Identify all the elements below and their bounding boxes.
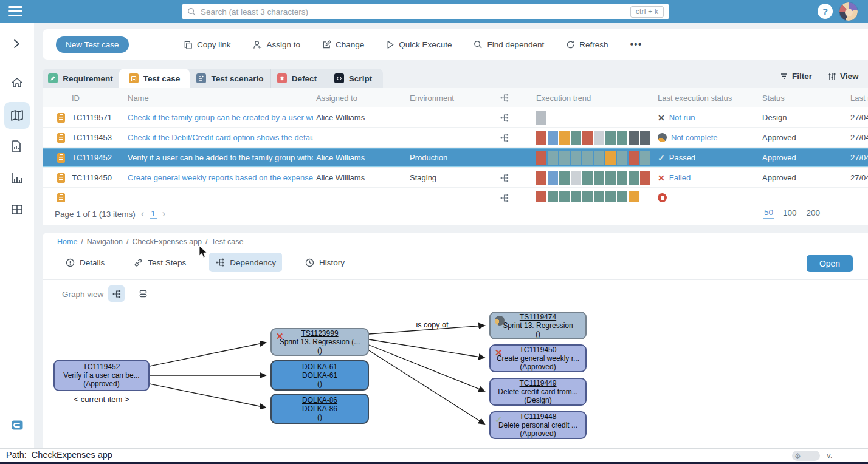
hamburger-menu-icon[interactable] — [8, 6, 22, 17]
execution-trend-bar — [536, 148, 655, 168]
row-dependency-icon[interactable] — [500, 168, 515, 188]
graph-node[interactable]: ✕ TS1123999 Sprint 13. Regression (... (… — [270, 328, 369, 356]
node-title: Verify if a user can be... — [63, 371, 139, 380]
tab-requirement[interactable]: Requirement — [43, 69, 119, 88]
node-id-link[interactable]: TC1119450 — [520, 346, 557, 354]
col-assigned-to[interactable]: Assigned to — [316, 88, 404, 107]
graph-node[interactable]: TC1119449 Delete credit card from... (De… — [489, 378, 587, 406]
graph-node[interactable]: DOLKA-61 DOLKA-61 () — [270, 360, 369, 391]
settings-toggle[interactable]: ⚙ — [792, 451, 820, 461]
page-size-200[interactable]: 200 — [805, 207, 821, 219]
col-last-execution-status[interactable]: Last execution status — [658, 88, 760, 107]
page-number[interactable]: 1 — [150, 209, 157, 219]
test-case-icon — [129, 73, 139, 83]
graph-node[interactable]: ✓ TC1119448 Delete personal credit ... (… — [489, 411, 587, 439]
graph-view-toggle[interactable] — [108, 285, 125, 302]
graph-node[interactable]: DOLKA-86 DOLKA-86 () — [270, 394, 369, 424]
node-status: (Design) — [524, 396, 551, 404]
row-name-link[interactable]: Verify if a user can be added to the fam… — [128, 148, 313, 168]
last-execution-link[interactable]: Passed — [669, 153, 695, 162]
help-button[interactable]: ? — [818, 4, 833, 19]
node-id-link[interactable]: TS1123999 — [301, 329, 338, 338]
find-dependent-button[interactable]: Find dependent — [474, 40, 544, 49]
graph-node[interactable]: TS1119474 Sprint 13. Regression () — [489, 312, 587, 339]
filter-button[interactable]: Filter — [780, 72, 812, 81]
test-scenario-icon — [196, 73, 206, 83]
table-row[interactable]: TC1119453 Check if the Debit/Credit card… — [43, 128, 868, 148]
last-execution-link[interactable]: Not complete — [671, 133, 718, 142]
new-test-case-button[interactable]: New Test case — [56, 36, 129, 53]
col-status[interactable]: Status — [762, 88, 844, 107]
breadcrumb-home[interactable]: Home — [57, 237, 77, 246]
magnifier-icon — [474, 40, 483, 49]
tab-script[interactable]: Script — [323, 69, 383, 88]
row-name-link[interactable]: Create general weekly reports based on t… — [128, 168, 313, 188]
last-execution-link[interactable]: Failed — [669, 173, 691, 182]
row-name-link[interactable] — [128, 188, 313, 202]
node-id-link[interactable]: TC1119449 — [520, 379, 557, 387]
col-dependency[interactable] — [500, 88, 515, 107]
col-name[interactable]: Name — [128, 88, 313, 107]
home-icon[interactable] — [10, 77, 24, 90]
row-dependency-icon[interactable] — [500, 128, 515, 148]
row-name-link[interactable]: Check if the family group can be created… — [128, 107, 313, 128]
view-button[interactable]: View — [828, 72, 859, 81]
node-id-link[interactable]: TS1119474 — [520, 313, 556, 321]
report-document-icon[interactable] — [10, 140, 22, 153]
refresh-button[interactable]: Refresh — [566, 40, 608, 49]
col-last-modified[interactable]: Last mo — [850, 88, 868, 107]
breadcrumb-item[interactable]: CheckExpenses app — [132, 237, 202, 246]
table-row[interactable]: TC1119571 Check if the family group can … — [43, 107, 868, 128]
requirement-icon — [48, 73, 58, 83]
node-id-link[interactable]: DOLKA-86 — [302, 396, 337, 404]
node-id-link[interactable]: TC1119448 — [520, 412, 557, 421]
defect-icon — [277, 73, 287, 83]
table-row-selected[interactable]: TC1119452 Verify if a user can be added … — [43, 148, 868, 168]
tab-history[interactable]: History — [299, 253, 351, 272]
last-execution-link[interactable]: Not run — [669, 113, 695, 122]
change-button[interactable]: Change — [322, 40, 364, 49]
tab-test-scenario[interactable]: Test scenario — [190, 69, 271, 88]
col-environment[interactable]: Environment — [410, 88, 492, 107]
execution-trend-bar — [536, 168, 655, 188]
table-row[interactable] — [43, 188, 868, 202]
tab-defect[interactable]: Defect — [271, 69, 323, 88]
quick-execute-button[interactable]: Quick Execute — [386, 40, 452, 49]
next-page-button[interactable]: › — [162, 208, 165, 219]
breadcrumb-item[interactable]: Test case — [212, 237, 244, 246]
row-dependency-icon[interactable] — [500, 188, 515, 202]
page-size-100[interactable]: 100 — [782, 207, 797, 219]
aqua-logo[interactable] — [12, 420, 23, 430]
table-row[interactable]: TC1119450 Create general weekly reports … — [43, 168, 868, 188]
grid-table-icon[interactable] — [10, 203, 24, 216]
node-id-link[interactable]: DOLKA-61 — [302, 363, 337, 371]
row-name-link[interactable]: Check if the Debit/Credit card option sh… — [128, 128, 313, 148]
list-view-toggle[interactable] — [135, 285, 151, 302]
open-button[interactable]: Open — [807, 255, 853, 272]
main-content: New Test case Copy link Assign to Change… — [34, 23, 868, 448]
user-avatar[interactable] — [839, 2, 858, 21]
copy-link-button[interactable]: Copy link — [184, 40, 231, 49]
more-actions-button[interactable]: ••• — [630, 39, 642, 50]
row-last-modified: 27/04/20 — [850, 128, 868, 148]
node-id: TC1119452 — [83, 363, 120, 371]
row-dependency-icon[interactable] — [500, 107, 515, 128]
breadcrumb-item[interactable]: Navigation — [87, 237, 123, 246]
node-status: () — [317, 413, 322, 421]
assign-to-button[interactable]: Assign to — [253, 40, 301, 49]
prev-page-button[interactable]: ‹ — [141, 208, 144, 219]
col-id[interactable]: ID — [72, 88, 125, 107]
tab-test-steps[interactable]: Test Steps — [128, 253, 192, 272]
expand-chevron-icon[interactable] — [10, 38, 22, 50]
search-input[interactable] — [201, 7, 630, 16]
tab-details[interactable]: Details — [60, 253, 111, 272]
bar-chart-icon[interactable] — [10, 171, 24, 185]
tab-dependency[interactable]: Dependency — [209, 253, 282, 272]
graph-node-current[interactable]: TC1119452 Verify if a user can be... (Ap… — [53, 360, 150, 391]
map-navigation-icon[interactable] — [10, 109, 24, 122]
graph-node[interactable]: ✕ TC1119450 Create general weekly r... (… — [489, 344, 587, 372]
col-execution-trend[interactable]: Execution trend — [536, 88, 655, 107]
path-label: Path: — [6, 450, 27, 460]
page-size-50[interactable]: 50 — [763, 206, 774, 219]
tab-test-case[interactable]: Test case — [119, 69, 190, 88]
